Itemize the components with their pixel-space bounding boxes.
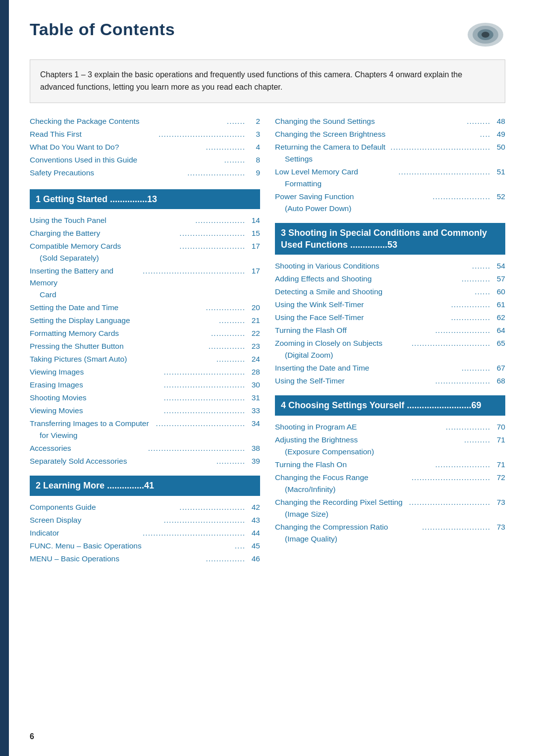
item-page: 73 (490, 496, 505, 508)
item-page: 70 (490, 421, 505, 433)
toc-section: 1 Getting Started ...............13Using… (30, 189, 260, 468)
header-section: Table of Contents (30, 20, 505, 50)
item-page: 50 (490, 141, 505, 153)
item-dots: ............. (211, 327, 245, 339)
item-dots: ............................... (164, 366, 246, 378)
item-title: Formatting Memory Cards (30, 329, 119, 337)
item-page: 14 (245, 215, 260, 226)
toc-item: Shooting in Various Conditions.......54 (275, 260, 505, 272)
item-subtitle: (Auto Power Down) (275, 203, 432, 215)
toc-section: 2 Learning More ...............41Compone… (30, 476, 260, 565)
item-dots: ............... (206, 553, 245, 565)
item-page: 68 (490, 375, 505, 387)
item-title: Compatible Memory Cards (30, 242, 121, 250)
toc-item: Changing the Compression Ratio(Image Qua… (275, 521, 505, 545)
item-title: Indicator (30, 529, 59, 537)
item-title: Using the Self-Timer (275, 377, 345, 385)
section-title: Learning More ...............41 (43, 481, 154, 490)
item-dots: ......................... (179, 240, 245, 252)
item-page: 62 (490, 312, 505, 324)
item-dots: ....................................... (143, 265, 245, 277)
item-page: 9 (245, 167, 260, 179)
section-title: Shooting in Special Conditions and Commo… (281, 228, 487, 250)
item-title: Returning the Camera to Default (275, 143, 385, 151)
item-page: 72 (490, 472, 505, 484)
page-number: 6 (30, 732, 34, 741)
item-title: Low Level Memory Card (275, 167, 358, 176)
item-page: 54 (490, 260, 505, 272)
item-page: 39 (245, 455, 260, 467)
toc-item: Adding Effects and Shooting...........57 (275, 272, 505, 285)
item-dots: ..................... (435, 375, 490, 387)
right-sections: 3 Shooting in Special Conditions and Com… (275, 223, 505, 545)
section-header: 1 Getting Started ...............13 (30, 189, 260, 209)
item-dots: ............... (206, 141, 245, 153)
item-page: 71 (490, 434, 505, 446)
item-title: Zooming in Closely on Subjects (275, 339, 382, 347)
decorative-icon (466, 21, 505, 49)
item-subtitle: Settings (275, 153, 390, 165)
item-dots: ........ (224, 154, 245, 166)
item-page: 21 (245, 315, 260, 326)
item-dots: ......... (467, 115, 490, 127)
item-title: Read This First (30, 130, 82, 138)
toc-item: Read This First.........................… (30, 128, 260, 141)
toc-item: Changing the Screen Brightness....49 (275, 128, 505, 141)
section-title: Getting Started ...............13 (43, 194, 157, 204)
item-page: 24 (245, 353, 260, 365)
item-title: Charging the Battery (30, 229, 100, 237)
item-dots: ....................................... (143, 527, 245, 539)
item-dots: ......................... (179, 501, 245, 513)
item-title: Shooting Movies (30, 393, 87, 402)
toc-item: Setting the Date and Time...............… (30, 301, 260, 314)
item-page: 33 (245, 405, 260, 417)
right-pre-items: Changing the Sound Settings.........48Ch… (275, 115, 505, 215)
toc-item: Screen Display..........................… (30, 514, 260, 527)
item-dots: ...................... (432, 191, 490, 203)
item-title: Adding Effects and Shooting (275, 274, 372, 283)
item-page: 34 (245, 418, 260, 430)
toc-item: Using the Face Self-Timer...............… (275, 311, 505, 324)
item-page: 57 (490, 273, 505, 285)
item-page: 51 (490, 166, 505, 178)
toc-item: Changing the Recording Pixel Setting(Ima… (275, 496, 505, 521)
section-number: 1 (36, 194, 43, 204)
toc-item: Formatting Memory Cards.............22 (30, 327, 260, 340)
item-title: Changing the Screen Brightness (275, 130, 385, 138)
toc-item: Detecting a Smile and Shooting......60 (275, 285, 505, 298)
section-header: 2 Learning More ...............41 (30, 476, 260, 495)
item-dots: ............................... (164, 379, 246, 391)
section-number: 4 (281, 400, 288, 410)
item-subtitle: Card (30, 289, 143, 301)
item-dots: .......................... (422, 521, 490, 533)
item-page: 43 (245, 514, 260, 526)
toc-item: Using the Touch Panel...................… (30, 214, 260, 227)
toc-item: Turning the Flash Off...................… (275, 324, 505, 337)
item-title: Conventions Used in this Guide (30, 156, 137, 164)
item-page: 17 (245, 265, 260, 277)
item-subtitle: (Image Size) (275, 508, 409, 520)
item-dots: ...................... (187, 167, 245, 179)
item-title: Using the Face Self-Timer (275, 313, 364, 322)
item-title: FUNC. Menu – Basic Operations (30, 541, 142, 550)
item-dots: ....... (472, 260, 490, 272)
item-page: 71 (490, 459, 505, 471)
item-dots: ...................................... (390, 141, 490, 153)
item-dots: ............................... (164, 392, 246, 404)
item-page: 67 (490, 362, 505, 374)
page-title: Table of Contents (30, 20, 175, 39)
item-dots: ............... (451, 299, 490, 311)
item-dots: ..................... (435, 324, 490, 336)
toc-item: Viewing Movies..........................… (30, 404, 260, 417)
item-page: 52 (490, 191, 505, 203)
toc-item: Low Level Memory CardFormatting.........… (275, 165, 505, 190)
toc-item: Components Guide........................… (30, 501, 260, 514)
item-dots: ............... (451, 312, 490, 324)
item-title: Separately Sold Accessories (30, 457, 127, 465)
item-dots: ..................................... (148, 442, 245, 454)
item-dots: ........... (462, 273, 490, 285)
toc-item: Inserting the Battery and MemoryCard....… (30, 265, 260, 301)
item-title: Changing the Compression Ratio (275, 523, 388, 531)
intro-text: Chapters 1 – 3 explain the basic operati… (40, 70, 462, 91)
item-dots: .............................. (412, 337, 490, 349)
